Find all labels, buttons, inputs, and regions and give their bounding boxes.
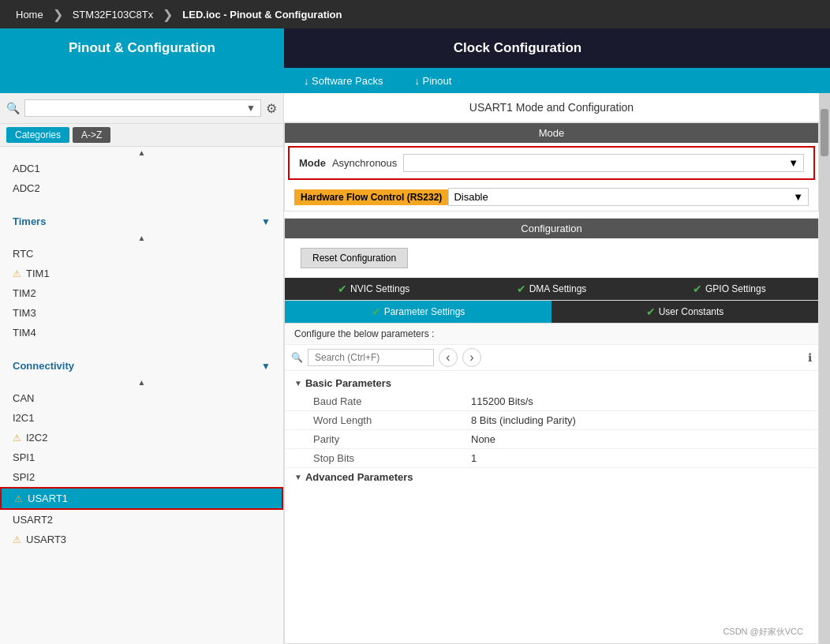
scrollbar-thumb[interactable] <box>821 109 828 156</box>
param-section-advanced[interactable]: ▼ Advanced Parameters <box>285 468 818 486</box>
sidebar-item-rtc[interactable]: RTC <box>0 244 283 264</box>
search-icon: 🔍 <box>6 102 20 114</box>
config-section: Configuration Reset Configuration ✔ NVIC… <box>284 218 819 644</box>
nav-next-button[interactable]: › <box>462 348 481 367</box>
check-icon-gpio: ✔ <box>693 283 702 295</box>
config-tabs-row2: ✔ Parameter Settings ✔ User Constants <box>285 301 818 324</box>
reset-config-button[interactable]: Reset Configuration <box>301 248 408 268</box>
param-name-stopbits: Stop Bits <box>313 452 471 464</box>
tab-clock-config[interactable]: Clock Configuration <box>284 28 751 68</box>
param-value-wordlength: 8 Bits (including Parity) <box>471 414 576 426</box>
check-icon-dma: ✔ <box>517 283 526 295</box>
sidebar: 🔍 ▼ ⚙ Categories A->Z ▲ ADC1 ADC2 <box>0 93 284 644</box>
check-icon-user: ✔ <box>646 305 656 318</box>
mode-select[interactable]: ▼ <box>403 154 804 172</box>
nav-prev-button[interactable]: ‹ <box>439 348 458 367</box>
param-section-basic[interactable]: ▼ Basic Parameters <box>285 374 818 392</box>
param-name-baudrate: Baud Rate <box>313 395 471 407</box>
sidebar-item-tim1[interactable]: ⚠ TIM1 <box>0 264 283 283</box>
tab-parameter-settings[interactable]: ✔ Parameter Settings <box>285 301 551 323</box>
tab-pinout-config[interactable]: Pinout & Configuration <box>0 28 284 68</box>
sub-tab-software-packs[interactable]: ↓ Software Packs <box>288 75 398 87</box>
check-icon-nvic: ✔ <box>338 283 347 295</box>
search-params-icon: 🔍 <box>291 352 303 363</box>
sidebar-section-timers[interactable]: Timers ▼ <box>0 211 283 232</box>
sidebar-item-spi1[interactable]: SPI1 <box>0 447 283 467</box>
right-panel: USART1 Mode and Configuration Mode Mode … <box>284 93 819 644</box>
filter-tab-az[interactable]: A->Z <box>73 127 110 143</box>
param-row-baudrate: Baud Rate 115200 Bits/s <box>285 392 818 411</box>
sidebar-item-spi2[interactable]: SPI2 <box>0 467 283 487</box>
sidebar-item-tim2[interactable]: TIM2 <box>0 283 283 303</box>
connectivity-chevron: ▼ <box>261 361 271 372</box>
param-value-parity: None <box>471 433 495 445</box>
breadcrumb-home[interactable]: Home <box>8 6 51 24</box>
param-row-parity: Parity None <box>285 430 818 449</box>
scroll-up[interactable]: ▲ <box>0 147 283 159</box>
sidebar-content: ▲ ADC1 ADC2 Timers ▼ ▲ RTC ⚠ TIM1 <box>0 147 283 644</box>
check-icon-params: ✔ <box>372 305 381 318</box>
watermark: CSDN @好家伙VCC <box>723 626 803 638</box>
config-header: Configuration <box>285 219 818 238</box>
hw-flow-select[interactable]: Disable ▼ <box>448 188 809 206</box>
scroll-up-inner2[interactable]: ▲ <box>0 376 283 388</box>
warning-icon-tim1: ⚠ <box>13 268 21 279</box>
warning-icon-usart3: ⚠ <box>13 534 21 545</box>
breadcrumb: Home ❯ STM32F103C8Tx ❯ LED.ioc - Pinout … <box>0 0 830 28</box>
scroll-up-inner[interactable]: ▲ <box>0 232 283 244</box>
tab-nvic-settings[interactable]: ✔ NVIC Settings <box>285 278 462 300</box>
tab-bar: Pinout & Configuration Clock Configurati… <box>0 28 830 68</box>
sidebar-item-adc1[interactable]: ADC1 <box>0 159 283 178</box>
sub-tab-bar: ↓ Software Packs ↓ Pinout <box>0 68 830 93</box>
param-name-wordlength: Word Length <box>313 414 471 426</box>
param-value-baudrate: 115200 Bits/s <box>471 395 533 407</box>
panel-title: USART1 Mode and Configuration <box>284 93 819 122</box>
sidebar-item-adc2[interactable]: ADC2 <box>0 178 283 198</box>
breadcrumb-device[interactable]: STM32F103C8Tx <box>65 6 162 24</box>
warning-icon-usart1: ⚠ <box>14 493 23 504</box>
param-tree: ▼ Basic Parameters Baud Rate 115200 Bits… <box>285 371 818 643</box>
search-bar: 🔍 ▼ ⚙ <box>0 93 283 124</box>
tab-user-constants[interactable]: ✔ User Constants <box>551 301 818 323</box>
search-input-wrapper[interactable]: ▼ <box>24 99 261 117</box>
hw-flow-row: Hardware Flow Control (RS232) Disable ▼ <box>285 183 818 211</box>
search-params-input[interactable] <box>308 349 434 366</box>
filter-tabs: Categories A->Z <box>0 124 283 147</box>
sidebar-item-usart1[interactable]: ⚠ USART1 <box>0 487 283 510</box>
tab-gpio-settings[interactable]: ✔ GPIO Settings <box>641 278 818 300</box>
mode-value: Asynchronous <box>332 157 397 169</box>
param-row-stopbits: Stop Bits 1 <box>285 449 818 468</box>
breadcrumb-file[interactable]: LED.ioc - Pinout & Configuration <box>174 6 350 24</box>
param-value-stopbits: 1 <box>471 452 477 464</box>
hw-flow-label[interactable]: Hardware Flow Control (RS232) <box>294 189 448 205</box>
mode-label: Mode <box>299 157 326 169</box>
sidebar-item-i2c1[interactable]: I2C1 <box>0 408 283 428</box>
tab-dma-settings[interactable]: ✔ DMA Settings <box>462 278 640 300</box>
sidebar-item-can[interactable]: CAN <box>0 388 283 408</box>
sidebar-item-tim3[interactable]: TIM3 <box>0 303 283 323</box>
timers-chevron: ▼ <box>261 216 271 227</box>
gear-icon[interactable]: ⚙ <box>266 101 277 116</box>
info-icon: ℹ <box>808 351 812 364</box>
right-scrollbar[interactable] <box>819 93 830 644</box>
main-layout: 🔍 ▼ ⚙ Categories A->Z ▲ ADC1 ADC2 <box>0 93 830 644</box>
mode-section: Mode Mode Asynchronous ▼ Hardware Flow C… <box>284 122 819 212</box>
sub-tab-pinout[interactable]: ↓ Pinout <box>398 75 467 87</box>
sidebar-item-usart2[interactable]: USART2 <box>0 510 283 530</box>
sidebar-section-connectivity[interactable]: Connectivity ▼ <box>0 355 283 376</box>
search-params-row: 🔍 ‹ › ℹ <box>285 345 818 371</box>
param-name-parity: Parity <box>313 433 471 445</box>
param-row-wordlength: Word Length 8 Bits (including Parity) <box>285 411 818 430</box>
mode-row: Mode Asynchronous ▼ <box>288 146 815 180</box>
params-label: Configure the below parameters : <box>285 324 818 345</box>
mode-header: Mode <box>285 123 818 143</box>
filter-tab-categories[interactable]: Categories <box>6 127 69 143</box>
sidebar-item-tim4[interactable]: TIM4 <box>0 323 283 343</box>
tab-right-spacer <box>751 28 830 68</box>
warning-icon-i2c2: ⚠ <box>13 432 21 444</box>
sidebar-item-i2c2[interactable]: ⚠ I2C2 <box>0 428 283 447</box>
config-tabs-row1: ✔ NVIC Settings ✔ DMA Settings ✔ GPIO Se… <box>285 278 818 301</box>
sidebar-item-usart3[interactable]: ⚠ USART3 <box>0 530 283 549</box>
